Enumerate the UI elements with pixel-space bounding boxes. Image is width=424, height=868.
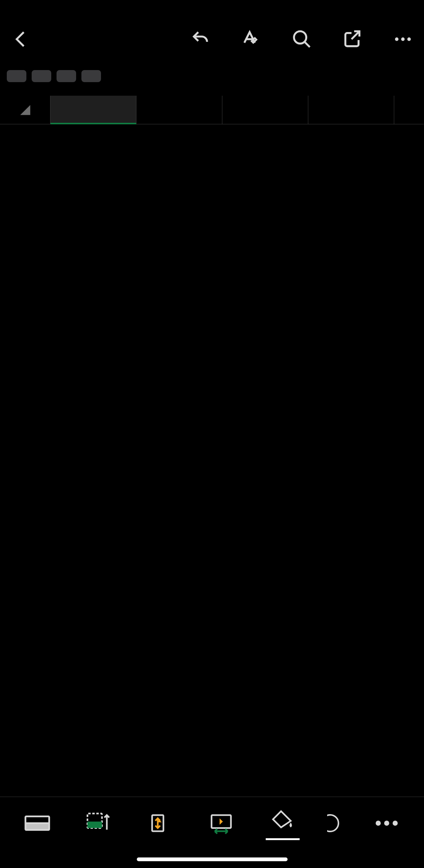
home-indicator[interactable] [137, 857, 288, 861]
card-view-button[interactable] [20, 806, 54, 840]
col-header-b[interactable] [136, 96, 222, 124]
stat-avg[interactable] [32, 70, 51, 82]
col-header-c[interactable] [222, 96, 308, 124]
select-all-corner[interactable] [0, 96, 51, 124]
svg-point-13 [375, 821, 381, 826]
search-button[interactable] [290, 27, 314, 51]
edit-text-button[interactable] [239, 27, 263, 51]
document-title [0, 0, 424, 17]
stat-count[interactable] [57, 70, 76, 82]
undo-button[interactable] [189, 27, 213, 51]
stat-sum[interactable] [7, 70, 26, 82]
stat-numcount[interactable] [81, 70, 101, 82]
svg-line-1 [305, 42, 310, 47]
partial-circle-button[interactable] [327, 806, 342, 840]
svg-point-12 [327, 815, 338, 831]
auto-fit-row-button[interactable] [143, 806, 177, 840]
auto-fit-col-button[interactable] [204, 806, 238, 840]
svg-point-2 [395, 37, 398, 41]
col-header-e[interactable] [394, 96, 424, 124]
col-header-d[interactable] [308, 96, 394, 124]
svg-point-3 [401, 37, 404, 41]
more-button[interactable] [391, 27, 415, 51]
toolbar [0, 17, 424, 62]
stats-bar [0, 62, 424, 96]
more-tools-button[interactable] [370, 806, 404, 840]
col-header-a[interactable] [51, 96, 136, 124]
svg-rect-7 [26, 823, 49, 830]
svg-rect-9 [87, 822, 102, 828]
share-button[interactable] [340, 27, 364, 51]
back-button[interactable] [9, 27, 33, 51]
svg-point-0 [294, 31, 306, 44]
column-headers [0, 96, 424, 124]
svg-point-14 [384, 821, 389, 826]
svg-point-15 [392, 821, 398, 826]
sort-button[interactable] [82, 806, 116, 840]
spreadsheet[interactable] [0, 96, 424, 124]
fill-color-button[interactable] [266, 806, 300, 840]
svg-point-4 [407, 37, 411, 41]
